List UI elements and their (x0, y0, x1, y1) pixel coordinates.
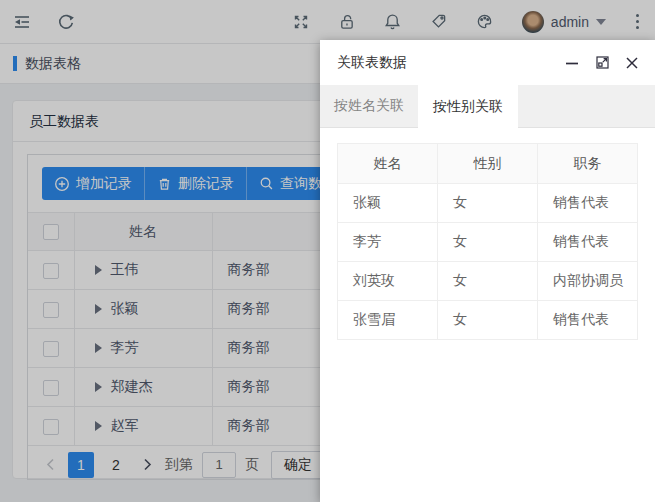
related-gender: 女 (438, 223, 538, 262)
related-title: 内部协调员 (538, 262, 638, 301)
close-icon[interactable] (624, 55, 640, 71)
minimize-icon[interactable] (564, 55, 580, 71)
modal-title: 关联表数据 (337, 54, 407, 72)
related-column-gender: 性别 (438, 144, 538, 184)
tab-by-name[interactable]: 按姓名关联 (320, 85, 418, 127)
modal-controls (564, 55, 640, 71)
related-name: 李芳 (338, 223, 438, 262)
related-table: 姓名 性别 职务 张颖 女 销售代表 李芳 女 销售代表 刘英玫 (337, 143, 638, 340)
maximize-icon[interactable] (594, 55, 610, 71)
related-title: 销售代表 (538, 184, 638, 223)
tab-by-gender[interactable]: 按性别关联 (418, 85, 518, 128)
related-table-row: 张颖 女 销售代表 (338, 184, 638, 223)
related-gender: 女 (438, 262, 538, 301)
related-column-name: 姓名 (338, 144, 438, 184)
related-title: 销售代表 (538, 301, 638, 340)
related-gender: 女 (438, 301, 538, 340)
modal-tab-bar: 按姓名关联 按性别关联 (320, 85, 655, 128)
related-table-row: 刘英玫 女 内部协调员 (338, 262, 638, 301)
related-table-header-row: 姓名 性别 职务 (338, 144, 638, 184)
related-table-row: 张雪眉 女 销售代表 (338, 301, 638, 340)
related-column-title: 职务 (538, 144, 638, 184)
related-data-modal: 关联表数据 按姓名关联 按性别关联 姓名 (320, 40, 655, 502)
related-name: 张颖 (338, 184, 438, 223)
related-gender: 女 (438, 184, 538, 223)
related-name: 刘英玫 (338, 262, 438, 301)
related-table-row: 李芳 女 销售代表 (338, 223, 638, 262)
related-title: 销售代表 (538, 223, 638, 262)
related-name: 张雪眉 (338, 301, 438, 340)
modal-header: 关联表数据 (320, 40, 655, 85)
modal-body: 姓名 性别 职务 张颖 女 销售代表 李芳 女 销售代表 刘英玫 (320, 128, 655, 355)
